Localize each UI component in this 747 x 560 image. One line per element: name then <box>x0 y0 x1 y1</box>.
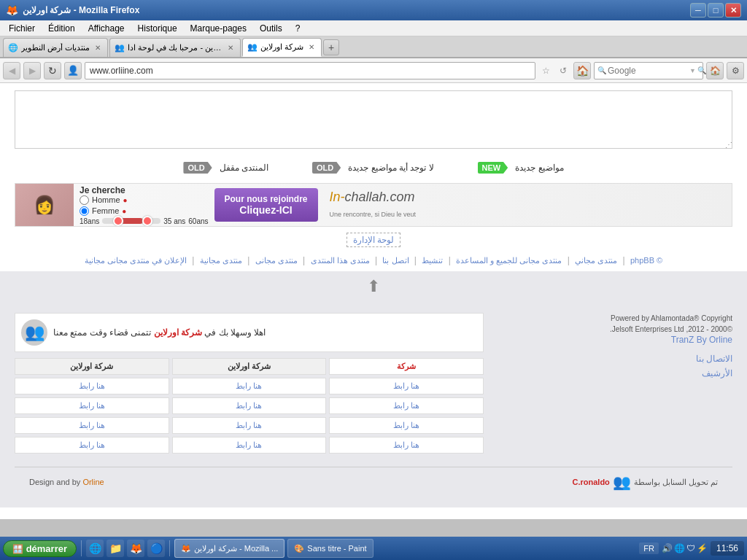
browser-content[interactable]: ⋱ مواضيع جديدة NEW لا توجد أية مواضيع جد… <box>0 83 747 519</box>
footer-link-mj2[interactable]: منتدى مجانى للجميع و المساعدة <box>453 256 565 265</box>
design-credit: Design and by Orline <box>29 478 104 486</box>
link-r4c1-a[interactable]: هنا رابط <box>393 440 419 449</box>
link-r1c1-a[interactable]: هنا رابط <box>393 381 419 390</box>
menu-fichier[interactable]: Fichier <box>3 22 41 35</box>
tab-1-close[interactable]: ✕ <box>93 43 103 53</box>
welcome-text: اهلا وسهلا بك في شركة اورلاين تتمنى قضاء… <box>53 327 266 338</box>
contact-link-row: الاتصال بنا <box>498 354 732 364</box>
footer-left-col: Powered by Ahlamontada® Copyright ©2000 … <box>498 313 732 459</box>
reply-textarea[interactable] <box>15 90 732 149</box>
menu-help[interactable]: ? <box>290 22 306 35</box>
archive-link-row: الأرشيف <box>498 368 732 378</box>
homme-radio[interactable] <box>80 195 89 205</box>
admin-link[interactable]: لوحة الإدارة <box>347 233 400 247</box>
arrow-up-icon[interactable]: ⬆ <box>6 277 741 296</box>
ad-homme: Homme ● <box>80 195 209 205</box>
back-button[interactable]: ◀ <box>3 62 20 79</box>
menu-affichage[interactable]: Affichage <box>82 22 131 35</box>
ad-image: 👩 <box>15 183 74 227</box>
bookmark-star[interactable]: ☆ <box>538 62 553 79</box>
link-grid: شركة شركة اورلاين شركة اورلاين هنا رابط … <box>15 358 484 454</box>
menu-outils[interactable]: Outils <box>254 22 288 35</box>
age-slider-row: 18ans 35 ans 60ans <box>80 217 209 225</box>
tab-1-icon: 🌐 <box>8 43 18 52</box>
link-r2c3: هنا رابط <box>15 397 169 414</box>
footer-grid: Powered by Ahlamontada® Copyright ©2000 … <box>15 313 732 459</box>
link-r2c1-a[interactable]: هنا رابط <box>393 401 419 410</box>
footer-bottom: Design and by Orline تم تحويل السنابل بو… <box>15 467 732 497</box>
home-button[interactable]: 🏠 <box>573 62 591 79</box>
ad-options: Homme ● Femme ● <box>80 195 209 216</box>
col-header-1: شركة <box>329 358 484 375</box>
link-r4c3-a[interactable]: هنا رابط <box>79 440 105 449</box>
link-r1c2-a[interactable]: هنا رابط <box>236 381 262 390</box>
footer-nav: © phpBB | منتدى مجاني | منتدى مجانى للجم… <box>0 249 747 271</box>
link-r3c2-a[interactable]: هنا رابط <box>236 421 262 429</box>
address-input[interactable]: www.orliine.com <box>85 62 535 79</box>
textarea-section: ⋱ <box>0 83 747 156</box>
footer-link-mj[interactable]: منتدى مجاني <box>572 256 620 265</box>
close-button[interactable]: ✕ <box>725 3 741 18</box>
col-header-3: شركة اورلاين <box>15 358 169 375</box>
link-r3c1-a[interactable]: هنا رابط <box>393 421 419 429</box>
tab-3-close[interactable]: ✕ <box>306 42 317 52</box>
forward-button[interactable]: ▶ <box>23 62 41 79</box>
search-input[interactable] <box>608 66 688 76</box>
tab-1[interactable]: 🌐 منتديات أرض النطوير ✕ <box>3 38 108 57</box>
menu-edition[interactable]: Édition <box>42 22 81 35</box>
ad-banner[interactable]: 👩 Je cherche Homme ● Femme ● <box>15 183 732 227</box>
tab-1-label: منتديات أرض النطوير <box>21 43 90 52</box>
tab-2-close[interactable]: ✕ <box>225 43 236 53</box>
tab-bar: 🌐 منتديات أرض النطوير ✕ 👥 شركة اورلاين -… <box>0 36 747 58</box>
old-badge: OLD <box>312 162 341 174</box>
link-r2c2-a[interactable]: هنا رابط <box>236 401 262 410</box>
addon-btn-1[interactable]: 🏠 <box>706 62 724 79</box>
tab-2-icon: 👥 <box>115 43 125 52</box>
resize-handle[interactable]: ⋱ <box>725 141 732 149</box>
site-link[interactable]: شركة اورلاين <box>154 327 202 338</box>
convert-link[interactable]: C.ronaldo <box>572 478 609 486</box>
footer-link-activate[interactable]: تنشيط <box>419 256 446 265</box>
refresh-button[interactable]: ↻ <box>44 62 61 79</box>
archive-link[interactable]: الأرشيف <box>702 368 732 378</box>
powered-by: Powered by Ahlamontada® Copyright ©2000 … <box>498 313 732 345</box>
main-footer: Powered by Ahlamontada® Copyright ©2000 … <box>0 302 747 508</box>
menu-historique[interactable]: Historique <box>132 22 183 35</box>
link-r1c1: هنا رابط <box>329 378 484 394</box>
link-r2c3-a[interactable]: هنا رابط <box>79 401 105 410</box>
side-links: الاتصال بنا الأرشيف <box>498 354 732 378</box>
link-r4c2-a[interactable]: هنا رابط <box>236 440 262 449</box>
locked-badge: OLD <box>183 162 212 174</box>
addon-btn-2[interactable]: ⚙ <box>727 62 744 79</box>
no-topics-label: لا توجد أية مواضيع جديدة <box>348 163 433 173</box>
col-header-2: شركة اورلاين <box>172 358 327 375</box>
tab-3[interactable]: 👥 شركة اورلاين ✕ <box>242 38 322 57</box>
maximize-button[interactable]: □ <box>708 3 724 18</box>
age-from: 18ans <box>80 217 99 225</box>
footer-link-phpbb[interactable]: © phpBB <box>627 256 665 265</box>
footer-link-mj3[interactable]: منتدى مجانى <box>252 256 301 265</box>
design-link[interactable]: Orline <box>82 478 104 486</box>
footer-link-mj4[interactable]: منتدى مجانية <box>197 256 245 265</box>
new-tab-button[interactable]: + <box>323 39 339 55</box>
tab-3-label: شركة اورلاين <box>260 42 303 52</box>
admin-link-section: لوحة الإدارة <box>0 230 747 249</box>
tab-2[interactable]: 👥 شركة اورلاين - مرحبا بك في لوحة ادا...… <box>109 38 241 57</box>
ad-cta-button[interactable]: Pour nous rejoindreCliquez-ICI <box>214 188 318 222</box>
femme-radio[interactable] <box>80 206 89 216</box>
window-titlebar: 🦊 شركة اورلاين - Mozilla Firefox ─ □ ✕ <box>0 0 747 20</box>
locked-label: المنتدى مقفل <box>220 163 268 173</box>
femme-label: Femme <box>92 206 119 215</box>
tranz-link[interactable]: TranZ By Orline <box>671 335 732 345</box>
menu-marque-pages[interactable]: Marque-pages <box>185 22 252 35</box>
reload-btn[interactable]: ↺ <box>556 62 570 79</box>
minimize-button[interactable]: ─ <box>690 3 706 18</box>
address-url: www.orliine.com <box>90 66 153 76</box>
link-r1c3-a[interactable]: هنا رابط <box>79 381 105 390</box>
footer-link-this-forum[interactable]: منتدى هذا المنتدى <box>308 256 373 265</box>
contact-link[interactable]: الاتصال بنا <box>696 354 732 364</box>
search-bar[interactable]: 🔍 ▼ 🔍 <box>594 62 703 79</box>
footer-link-ad[interactable]: الإعلان في منتدى مجانى مجانية <box>82 256 190 265</box>
link-r3c3-a[interactable]: هنا رابط <box>79 421 105 429</box>
footer-link-contact2[interactable]: اتصل بنا <box>379 256 411 265</box>
